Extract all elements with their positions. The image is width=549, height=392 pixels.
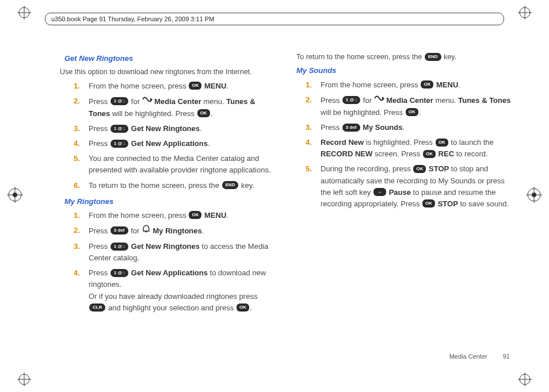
intro-text: Use this option to download new ringtone… bbox=[60, 67, 276, 78]
step-item: 1. From the home screen, press OK MENU. bbox=[306, 79, 516, 91]
ok-key-icon: OK bbox=[421, 80, 433, 89]
page-header: u350.book Page 91 Thursday, February 26,… bbox=[45, 13, 504, 25]
nav-right-icon bbox=[142, 95, 152, 107]
step-item: 5. You are connected to the Media Center… bbox=[74, 153, 276, 176]
cropmark-icon bbox=[17, 6, 31, 20]
ok-key-icon: OK bbox=[189, 82, 201, 90]
one-key-icon: 1 @ : bbox=[110, 97, 128, 105]
ok-key-icon: OK bbox=[436, 139, 448, 147]
one-key-icon: 1 @ : bbox=[110, 140, 128, 148]
page-number: 91 bbox=[503, 353, 510, 360]
section-title: My Sounds bbox=[296, 65, 516, 76]
one-key-icon: 1 @ : bbox=[110, 269, 128, 277]
step-item: 2. Press 3 def for My Ringtones. bbox=[74, 225, 276, 237]
right-column: To return to the home screen, press the … bbox=[296, 52, 516, 317]
intro-text: To return to the home screen, press the … bbox=[296, 52, 516, 63]
header-text: u350.book Page 91 Thursday, February 26,… bbox=[51, 16, 214, 22]
three-key-icon: 3 def bbox=[110, 226, 128, 235]
end-key-icon: END bbox=[222, 181, 239, 189]
one-key-icon: 1 @ : bbox=[342, 96, 360, 104]
ok-key-icon: OK bbox=[413, 165, 426, 173]
step-item: 3. Press 1 @ : Get New Ringtones. bbox=[74, 123, 276, 134]
step-item: 1. From the home screen, press OK MENU. bbox=[74, 80, 276, 92]
section-title: My Ringtones bbox=[64, 196, 276, 207]
registration-mark-icon bbox=[7, 187, 23, 205]
ok-key-icon: OK bbox=[189, 211, 201, 219]
ok-key-icon: OK bbox=[237, 303, 249, 312]
cropmark-icon bbox=[518, 6, 532, 20]
step-item: 5. During the recording, press OK STOP t… bbox=[306, 163, 516, 210]
nav-right-icon bbox=[374, 94, 384, 106]
cropmark-icon bbox=[518, 372, 532, 386]
clr-key-icon: CLR bbox=[89, 303, 105, 312]
ringtone-icon bbox=[142, 224, 151, 237]
step-item: 3. Press 1 @ : Get New Ringtones to acce… bbox=[74, 241, 276, 264]
ok-key-icon: OK bbox=[406, 108, 418, 116]
steps-list: 1. From the home screen, press OK MENU. … bbox=[56, 210, 276, 314]
step-item: 2. Press 1 @ : for Media Center menu. Tu… bbox=[74, 95, 276, 120]
ok-key-icon: OK bbox=[197, 109, 210, 117]
softkey-icon: – bbox=[373, 188, 386, 196]
one-key-icon: 1 @ : bbox=[110, 125, 128, 133]
end-key-icon: END bbox=[425, 53, 441, 61]
cropmark-icon bbox=[17, 372, 31, 386]
step-item: 4. Press 1 @ : Get New Applications. bbox=[74, 138, 276, 149]
left-column: Get New Ringtones Use this option to dow… bbox=[56, 52, 276, 317]
ok-key-icon: OK bbox=[423, 150, 436, 158]
steps-list: 1. From the home screen, press OK MENU. … bbox=[296, 79, 516, 210]
ok-key-icon: OK bbox=[422, 199, 435, 207]
registration-mark-icon bbox=[526, 187, 542, 205]
step-item: 4. Press 1 @ : Get New Applications to d… bbox=[74, 267, 276, 314]
page-footer: Media Center 91 bbox=[449, 353, 510, 360]
step-item: 4. Record New is highlighted. Press OK t… bbox=[306, 137, 516, 160]
footer-section: Media Center bbox=[449, 353, 487, 360]
one-key-icon: 1 @ : bbox=[110, 243, 128, 251]
step-item: 2. Press 1 @ : for Media Center menu. Tu… bbox=[306, 94, 516, 118]
step-item: 6. To return to the home screen, press t… bbox=[74, 180, 276, 191]
section-title: Get New Ringtones bbox=[64, 53, 276, 64]
three-key-icon: 3 def bbox=[342, 124, 360, 132]
step-item: 3. Press 3 def My Sounds. bbox=[306, 122, 516, 133]
steps-list: 1. From the home screen, press OK MENU. … bbox=[56, 80, 276, 191]
step-item: 1. From the home screen, press OK MENU. bbox=[74, 210, 276, 221]
